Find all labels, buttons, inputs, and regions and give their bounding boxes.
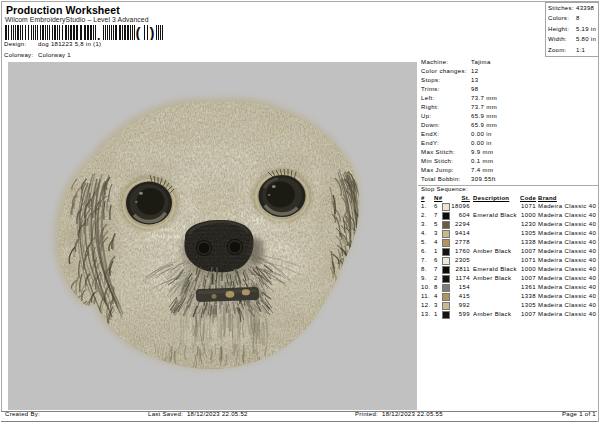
svg-text:): ) bbox=[150, 25, 155, 40]
svg-text:(: ( bbox=[136, 25, 141, 40]
svg-text:,: , bbox=[97, 29, 100, 41]
